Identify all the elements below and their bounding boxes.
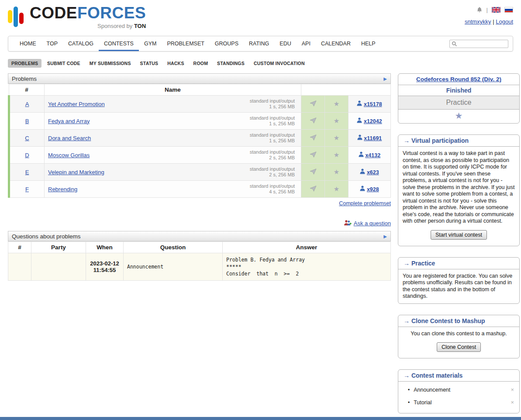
col-header-party: Party	[31, 242, 86, 253]
solved-count-link[interactable]: x623	[367, 169, 379, 176]
username-link[interactable]: sntmxykky	[465, 18, 491, 25]
col-header-name: Name	[45, 84, 301, 96]
subnav-room[interactable]: ROOM	[190, 59, 211, 68]
logo-bar-yellow	[8, 10, 12, 23]
close-icon[interactable]: ×	[511, 386, 514, 393]
problem-name-link[interactable]: Yet Another Promotion	[48, 101, 105, 107]
problem-name-link[interactable]: Moscow Gorillas	[48, 152, 90, 158]
nav-item-rating[interactable]: RATING	[244, 36, 274, 51]
logo-title: CODEFORCES	[30, 4, 146, 22]
nav-item-edu[interactable]: EDU	[274, 36, 296, 51]
nav-item-catalog[interactable]: CATALOG	[63, 36, 99, 51]
solved-count-link[interactable]: x15178	[364, 101, 382, 107]
col-header-rest	[301, 84, 391, 96]
nav-item-top[interactable]: TOP	[41, 36, 63, 51]
solved-person-icon	[357, 134, 362, 140]
solved-count-link[interactable]: x4132	[365, 152, 380, 158]
problems-table: # Name A Yet Another Promotion standard …	[8, 84, 391, 198]
problem-name-link[interactable]: Rebrending	[48, 186, 77, 193]
nav-item-problemset[interactable]: PROBLEMSET	[162, 36, 209, 51]
main-nav-items: HOME TOP CATALOG CONTESTS GYM PROBLEMSET…	[8, 36, 381, 51]
expand-arrow-icon[interactable]: ▶	[383, 234, 387, 239]
practice-title: → Practice	[398, 258, 519, 269]
subnav-hacks[interactable]: HACKS	[164, 59, 187, 68]
problem-io-note: standard input/output4 s, 256 MB	[250, 182, 297, 196]
col-header-answer: Answer	[223, 242, 391, 253]
nav-item-api[interactable]: API	[297, 36, 316, 51]
problem-io-note: standard input/output1 s, 256 MB	[250, 131, 297, 145]
nav-item-groups[interactable]: GROUPS	[210, 36, 244, 51]
complete-problemset-row: Complete problemset	[8, 200, 391, 207]
nav-item-contests[interactable]: CONTESTS	[99, 36, 139, 51]
practice-box: → Practice You are registered for practi…	[398, 257, 520, 304]
question-party-cell	[31, 253, 86, 281]
flag-ru-icon[interactable]	[504, 7, 513, 13]
favorite-star-icon[interactable]: ★	[455, 111, 463, 120]
subnav-problems[interactable]: PROBLEMS	[8, 59, 41, 68]
submit-plane-icon[interactable]	[310, 117, 317, 124]
material-tutorial-link[interactable]: Tutorial	[414, 399, 511, 406]
subnav-standings[interactable]: STANDINGS	[214, 59, 248, 68]
solved-person-icon	[357, 100, 362, 106]
favorite-star-icon[interactable]: ★	[334, 117, 339, 124]
clone-mashup-box: → Clone Contest to Mashup You can clone …	[398, 315, 520, 359]
table-row: D Moscow Gorillas standard input/output2…	[9, 147, 391, 164]
sponsored-brand: TON	[134, 23, 146, 29]
problem-letter-link[interactable]: E	[25, 169, 29, 176]
submit-plane-icon[interactable]	[310, 100, 317, 107]
subnav-submit-code[interactable]: SUBMIT CODE	[44, 59, 84, 68]
question-when-cell: 2023-02-12 11:54:55	[86, 253, 124, 281]
nav-item-help[interactable]: HELP	[356, 36, 381, 51]
contest-status: Finished	[398, 85, 519, 96]
nav-item-calendar[interactable]: CALENDAR	[316, 36, 356, 51]
separator: |	[486, 7, 488, 13]
problem-letter-link[interactable]: A	[25, 101, 29, 107]
submit-plane-icon[interactable]	[310, 134, 317, 141]
nav-item-gym[interactable]: GYM	[139, 36, 162, 51]
solved-count-link[interactable]: x12042	[364, 118, 382, 124]
start-virtual-contest-button[interactable]: Start virtual contest	[431, 230, 487, 240]
favorite-star-icon[interactable]: ★	[334, 151, 339, 158]
ask-question-link[interactable]: Ask a question	[354, 220, 391, 227]
nav-item-home[interactable]: HOME	[14, 36, 41, 51]
contest-mode: Practice	[398, 96, 519, 110]
close-icon[interactable]: ×	[511, 399, 514, 406]
expand-arrow-icon[interactable]: ▶	[383, 76, 387, 81]
search-input[interactable]	[449, 40, 508, 48]
material-announcement-link[interactable]: Announcement	[414, 387, 511, 393]
favorite-star-icon[interactable]: ★	[334, 100, 339, 107]
list-item: • Tutorial ×	[408, 396, 514, 409]
solved-count-link[interactable]: x11691	[364, 135, 382, 141]
favorite-star-icon[interactable]: ★	[334, 134, 339, 141]
clone-contest-button[interactable]: Clone Contest	[437, 342, 481, 352]
problem-letter-link[interactable]: D	[25, 152, 29, 158]
subnav-status[interactable]: STATUS	[137, 59, 162, 68]
col-header-qnum: #	[8, 242, 31, 253]
practice-text: You are registered for practice. You can…	[398, 269, 519, 303]
subnav-my-submissions[interactable]: MY SUBMISSIONS	[86, 59, 135, 68]
problem-letter-link[interactable]: C	[25, 135, 29, 141]
problem-name-link[interactable]: Fedya and Array	[48, 118, 90, 124]
separator: |	[493, 18, 494, 25]
favorite-star-icon[interactable]: ★	[334, 168, 339, 176]
solved-count-link[interactable]: x928	[367, 186, 379, 193]
clone-mashup-title: → Clone Contest to Mashup	[398, 315, 519, 327]
contest-title-link[interactable]: Codeforces Round 852 (Div. 2)	[416, 76, 501, 83]
problem-letter-link[interactable]: F	[25, 186, 29, 193]
submit-plane-icon[interactable]	[310, 169, 317, 175]
submit-plane-icon[interactable]	[310, 186, 317, 192]
clone-button-row: Clone Contest	[398, 341, 519, 358]
complete-problemset-link[interactable]: Complete problemset	[339, 200, 391, 207]
submit-plane-icon[interactable]	[310, 151, 317, 158]
favorite-star-icon[interactable]: ★	[334, 185, 339, 193]
problem-letter-link[interactable]: B	[25, 118, 29, 124]
problem-name-link[interactable]: Dora and Search	[48, 135, 91, 141]
solved-person-icon	[360, 186, 365, 191]
subnav-custom-invocation[interactable]: CUSTOM INVOCATION	[250, 59, 308, 68]
logout-link[interactable]: Logout	[496, 18, 513, 25]
codeforces-logo[interactable]: CODEFORCES Sponsored by TON	[8, 4, 146, 29]
problem-name-link[interactable]: Velepin and Marketing	[48, 169, 104, 176]
virtual-participation-text: Virtual contest is a way to take part in…	[398, 147, 519, 228]
flag-en-icon[interactable]	[492, 7, 500, 13]
bell-icon[interactable]	[476, 7, 483, 13]
